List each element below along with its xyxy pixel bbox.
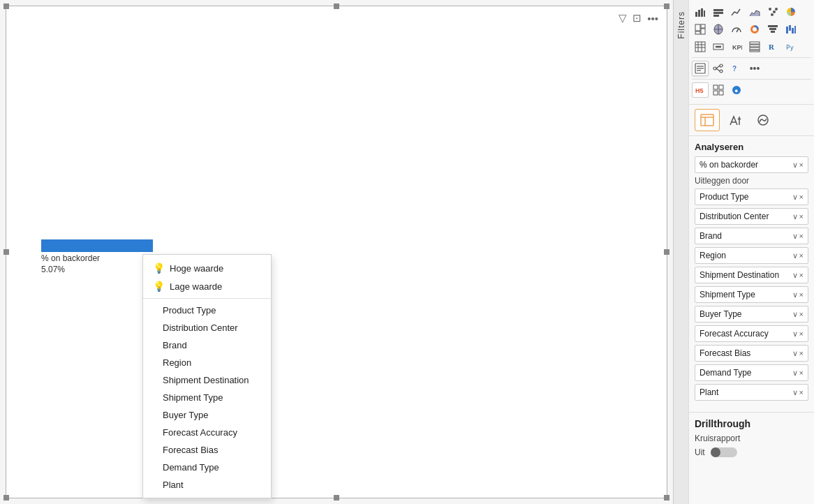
menu-item-shipment-destination[interactable]: Shipment Destination	[143, 371, 271, 389]
filter-pill-forecast-bias[interactable]: Forecast Bias ∨ ×	[695, 345, 808, 362]
bar-chart-icon[interactable]	[692, 4, 709, 20]
waterfall-icon[interactable]	[783, 22, 799, 37]
matrix-icon[interactable]	[692, 39, 709, 54]
svg-rect-20	[769, 28, 776, 30]
kpi-icon[interactable]: KPI	[728, 39, 745, 54]
card-icon[interactable]	[710, 39, 727, 54]
close-icon[interactable]: ×	[799, 290, 804, 299]
tab-analytics-btn[interactable]	[750, 109, 776, 131]
handle-bm[interactable]	[334, 495, 339, 501]
close-icon[interactable]: ×	[799, 369, 804, 377]
focus-mode-icon[interactable]: ⊡	[632, 12, 642, 24]
filter-pill-demand-type[interactable]: Demand Type ∨ ×	[695, 364, 808, 381]
menu-item-buyer-type[interactable]: Buyer Type	[143, 406, 271, 424]
close-icon[interactable]: ×	[799, 193, 804, 201]
pie-chart-icon[interactable]	[783, 4, 799, 20]
menu-item-distribution-center[interactable]: Distribution Center	[143, 319, 271, 336]
close-icon[interactable]: ×	[799, 271, 804, 279]
chevron-down-icon[interactable]: ∨	[792, 212, 798, 221]
chevron-down-icon[interactable]: ∨	[792, 349, 798, 358]
filter-icon[interactable]: ▽	[619, 12, 627, 24]
handle-lm[interactable]	[3, 249, 9, 255]
filter-pill-region[interactable]: Region ∨ ×	[695, 247, 808, 264]
menu-item-plant[interactable]: Plant	[143, 476, 271, 494]
close-icon[interactable]: ×	[799, 388, 804, 396]
certified-icon[interactable]: ●	[728, 82, 745, 98]
filter-pill-distribution-center[interactable]: Distribution Center ∨ ×	[695, 208, 808, 225]
filter-pill-plant[interactable]: Plant ∨ ×	[695, 384, 808, 401]
lage-waarde-label: Lage waarde	[170, 281, 222, 292]
chevron-down-icon[interactable]: ∨	[792, 251, 798, 260]
filter-pill-controls: ∨ ×	[792, 369, 804, 378]
handle-tm[interactable]	[334, 3, 339, 9]
more-options-icon[interactable]: •••	[647, 13, 658, 24]
filter-pill-brand[interactable]: Brand ∨ ×	[695, 228, 808, 244]
menu-item-demand-type[interactable]: Demand Type	[143, 459, 271, 476]
slicer-icon[interactable]	[746, 39, 763, 54]
lage-waarde-item[interactable]: 💡 Lage waarde	[143, 277, 271, 295]
analyseren-field-pill[interactable]: % on backorder ∨ ×	[695, 156, 808, 173]
filter-pill-shipment-type[interactable]: Shipment Type ∨ ×	[695, 286, 808, 303]
line-chart-icon[interactable]	[728, 4, 745, 20]
smart-filter-icon[interactable]	[692, 61, 709, 76]
treemap-icon[interactable]	[692, 22, 709, 37]
chevron-down-icon[interactable]: ∨	[792, 232, 798, 241]
close-icon[interactable]: ×	[799, 232, 804, 240]
analyseren-title: Analyseren	[695, 142, 808, 152]
drillthrough-section: Drillthrough Kruisrapport Uit	[689, 412, 814, 463]
handle-bl[interactable]	[3, 495, 9, 501]
close-icon[interactable]: ×	[799, 212, 804, 221]
handle-tl[interactable]	[3, 3, 9, 9]
menu-item-forecast-accuracy[interactable]: Forecast Accuracy	[143, 424, 271, 441]
filter-pill-controls: ∨ ×	[792, 329, 804, 339]
close-icon[interactable]: ×	[799, 161, 804, 169]
map-icon[interactable]	[710, 22, 727, 37]
menu-item-region[interactable]: Region	[143, 354, 271, 371]
filter-pill-forecast-accuracy[interactable]: Forecast Accuracy ∨ ×	[695, 325, 808, 342]
chevron-down-icon[interactable]: ∨	[792, 271, 798, 280]
chevron-down-icon[interactable]: ∨	[792, 310, 798, 319]
handle-br[interactable]	[664, 495, 669, 501]
tab-format-btn[interactable]	[723, 109, 748, 131]
scatter-icon[interactable]	[764, 4, 781, 20]
filter-pill-product-type[interactable]: Product Type ∨ ×	[695, 188, 808, 205]
filter-pill-label: Brand	[700, 231, 722, 241]
menu-item-forecast-bias[interactable]: Forecast Bias	[143, 441, 271, 459]
chevron-down-icon[interactable]: ∨	[792, 369, 798, 378]
bulb-icon-lage: 💡	[153, 281, 164, 292]
column-chart-icon[interactable]	[710, 4, 727, 20]
svg-rect-54	[719, 91, 723, 95]
donut-chart-icon[interactable]	[746, 22, 763, 37]
area-chart-icon[interactable]	[746, 4, 763, 20]
chevron-down-icon[interactable]: ∨	[792, 388, 798, 397]
chevron-down-icon[interactable]: ∨	[792, 329, 798, 339]
menu-item-shipment-type[interactable]: Shipment Type	[143, 389, 271, 406]
close-icon[interactable]: ×	[799, 310, 804, 318]
decomp-tree-icon[interactable]	[710, 61, 727, 76]
qa-visual-icon[interactable]: ?	[728, 61, 745, 76]
menu-item-brand[interactable]: Brand	[143, 336, 271, 354]
chevron-down-icon[interactable]: ∨	[792, 161, 798, 170]
filter-pill-shipment-destination[interactable]: Shipment Destination ∨ ×	[695, 267, 808, 283]
close-icon[interactable]: ×	[799, 329, 804, 338]
funnel-icon[interactable]	[764, 22, 781, 37]
handle-rm[interactable]	[664, 249, 669, 255]
svg-point-9	[771, 13, 774, 16]
python-icon[interactable]: Py	[783, 39, 799, 54]
filter-pill-buyer-type[interactable]: Buyer Type ∨ ×	[695, 306, 808, 323]
chevron-down-icon[interactable]: ∨	[792, 193, 798, 202]
more-visuals-icon[interactable]: •••	[746, 61, 763, 76]
hoge-waarde-item[interactable]: 💡 Hoge waarde	[143, 259, 271, 277]
gauge-icon[interactable]	[728, 22, 745, 37]
toggle-track[interactable]	[711, 447, 737, 457]
html5-icon[interactable]: H5	[692, 82, 709, 98]
r-script-icon[interactable]: R	[764, 39, 781, 54]
close-icon[interactable]: ×	[799, 349, 804, 357]
chevron-down-icon[interactable]: ∨	[792, 290, 798, 299]
tab-fields-btn[interactable]	[695, 109, 720, 131]
custom-visual-grid-icon[interactable]	[710, 82, 727, 98]
menu-item-product-type[interactable]: Product Type	[143, 302, 271, 319]
canvas-frame: ▽ ⊡ ••• % on backorder 5.07% 💡 Hoge waar…	[6, 6, 667, 498]
close-icon[interactable]: ×	[799, 251, 804, 260]
handle-tr[interactable]	[664, 3, 669, 9]
